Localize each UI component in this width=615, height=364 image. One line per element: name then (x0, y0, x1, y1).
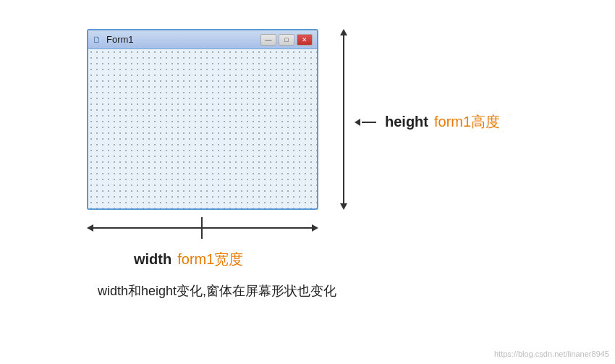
maximize-button[interactable]: □ (279, 34, 294, 46)
arrow-line-horizontal (93, 227, 312, 229)
arrow-head-down-icon (340, 203, 347, 210)
height-label-container: height form1高度 (355, 112, 500, 132)
width-tick-line (201, 217, 203, 239)
form-body (88, 49, 317, 208)
form-title: Form1 (106, 34, 260, 45)
main-container: 🗋 Form1 — □ ✕ height form (0, 0, 615, 364)
height-chinese-label: form1高度 (434, 112, 500, 132)
watermark: https://blog.csdn.net/linaner8945 (494, 350, 609, 358)
form-titlebar: 🗋 Form1 — □ ✕ (88, 30, 317, 49)
height-keyword-label: height (385, 114, 428, 130)
width-label-container: width form1宽度 (134, 250, 243, 269)
arrow-head-up-icon (340, 29, 347, 35)
width-arrow (87, 221, 318, 235)
arrow-line-vertical (343, 35, 344, 203)
width-keyword-label: width (134, 251, 171, 268)
minimize-button[interactable]: — (260, 34, 276, 46)
form-window: 🗋 Form1 — □ ✕ (87, 29, 318, 210)
close-button[interactable]: ✕ (297, 34, 313, 46)
height-arrow-left-icon (355, 119, 376, 126)
form-window-icon: 🗋 (93, 35, 103, 45)
arrow-head-right-icon (312, 224, 318, 232)
description-text: width和height变化,窗体在屏幕形状也变化 (98, 282, 336, 300)
height-arrow (333, 29, 355, 210)
arrow-head-left-icon (87, 224, 93, 232)
form-controls: — □ ✕ (260, 34, 313, 46)
width-chinese-label: form1宽度 (177, 250, 243, 269)
